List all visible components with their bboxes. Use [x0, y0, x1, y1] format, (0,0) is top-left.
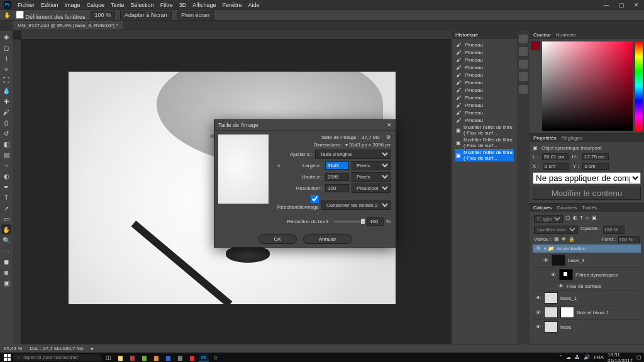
prop-y-input[interactable]	[582, 163, 609, 170]
current-color-swatch[interactable]	[531, 41, 540, 50]
mask-thumbnail[interactable]	[560, 307, 574, 318]
prop-x-input[interactable]	[543, 163, 569, 170]
filter-img-icon[interactable]: ▢	[565, 215, 570, 223]
layer-row[interactable]: 👁Noir et blanc 1	[533, 305, 641, 320]
document-tab[interactable]: MG_9727.psd @ 95,4% (base_3, RVB/16*) *	[13, 21, 123, 30]
dodge-tool[interactable]: ◐	[1, 171, 11, 181]
layer-name[interactable]: Flou de surface	[567, 283, 601, 289]
visibility-icon[interactable]: 👁	[535, 310, 541, 315]
taskbar-explorer[interactable]: ▆	[115, 353, 125, 361]
menu-text[interactable]: Texte	[111, 2, 125, 8]
start-button[interactable]	[3, 353, 11, 362]
blur-tool[interactable]: ○	[1, 160, 11, 170]
paths-tab[interactable]: Tracés	[582, 205, 597, 211]
layer-thumbnail[interactable]	[552, 255, 565, 266]
menu-help[interactable]: Aide	[248, 2, 260, 8]
stamp-tool[interactable]: ⎙	[1, 118, 11, 128]
eyedropper-tool[interactable]: 💧	[1, 85, 11, 96]
height-input[interactable]	[325, 173, 349, 181]
size-gear-icon[interactable]: ⚙	[386, 134, 391, 140]
taskbar-app[interactable]: ▆	[151, 353, 161, 361]
taskbar-app[interactable]: ▆	[175, 353, 185, 361]
taskbar-app[interactable]: ▆	[163, 353, 173, 361]
layer-name[interactable]: Noir et blanc 1	[577, 310, 609, 315]
history-item[interactable]: 🖌Pinceau	[455, 109, 514, 116]
tray-notifications-icon[interactable]: ▢	[636, 354, 641, 360]
layer-name[interactable]: base_1	[560, 295, 577, 301]
width-input[interactable]	[325, 162, 349, 170]
ok-button[interactable]: OK	[258, 234, 297, 244]
taskbar-app[interactable]: ▆	[139, 353, 149, 361]
history-brush-tool[interactable]: ↺	[1, 128, 11, 138]
lock-position-icon[interactable]: ✥	[562, 236, 566, 243]
wand-tool[interactable]: ✧	[1, 64, 11, 74]
taskbar-app[interactable]: ▆	[127, 353, 137, 361]
tray-network-icon[interactable]: 🖧	[575, 354, 580, 360]
history-item[interactable]: ▣Modifier l'effet de filtre ( Flou de su…	[455, 149, 514, 162]
taskbar-edge[interactable]: e	[211, 353, 221, 361]
history-item[interactable]: ▣Modifier l'effet de filtre ( Flou de su…	[455, 124, 514, 136]
history-item[interactable]: 🖌Pinceau	[455, 86, 514, 94]
dock-icon[interactable]	[519, 35, 528, 43]
marquee-tool[interactable]: ◻	[1, 43, 11, 53]
quickmask-toggle[interactable]: ◙	[1, 267, 11, 277]
gradient-tool[interactable]: ▤	[1, 150, 11, 160]
dock-icon[interactable]	[519, 72, 528, 81]
fit-select[interactable]: Taille d'origine	[315, 150, 391, 159]
menu-window[interactable]: Fenêtre	[223, 2, 242, 8]
brush-tool[interactable]: 🖌	[1, 107, 11, 117]
visibility-icon[interactable]: 👁	[558, 283, 564, 289]
res-input[interactable]	[325, 184, 349, 192]
minimize-button[interactable]: —	[599, 0, 614, 9]
noise-input[interactable]	[367, 217, 384, 226]
menu-3d[interactable]: 3D	[179, 2, 187, 8]
lock-all-icon[interactable]: 🔒	[569, 236, 575, 243]
ruler-horizontal[interactable]	[21, 31, 452, 40]
move-tool[interactable]: ✥	[1, 32, 11, 42]
menu-select[interactable]: Sélection	[131, 2, 154, 8]
tray-cloud-icon[interactable]: ☁	[566, 354, 571, 360]
lasso-tool[interactable]: ⌇	[1, 53, 11, 63]
layer-row[interactable]: 👁▾ 📁Accentuation	[533, 244, 641, 253]
width-unit-select[interactable]: Pixels	[352, 161, 391, 170]
properties-tab[interactable]: Propriétés	[533, 135, 556, 141]
layer-row[interactable]: 👁base_3	[533, 253, 641, 268]
zoom-field[interactable]: 95,43 %	[4, 346, 22, 351]
fg-bg-swatch[interactable]: ◼	[1, 256, 11, 266]
taskbar-photoshop[interactable]: Ps	[199, 353, 209, 361]
dock-icon[interactable]	[519, 60, 528, 69]
fill-input[interactable]	[618, 236, 640, 243]
history-item[interactable]: 🖌Pinceau	[455, 56, 514, 63]
swatches-tab[interactable]: Nuancier	[556, 32, 576, 38]
hand-tool[interactable]: ✋	[1, 224, 11, 234]
hue-slider[interactable]	[635, 41, 643, 131]
opacity-input[interactable]	[603, 226, 625, 234]
prop-layercomp-select[interactable]: Ne pas appliquer de compositions de calq…	[533, 172, 641, 184]
zoom-tool[interactable]: 🔍	[1, 235, 11, 245]
tray-lang[interactable]: FRA	[594, 354, 604, 360]
eraser-tool[interactable]: ◧	[1, 139, 11, 149]
noise-slider[interactable]	[333, 221, 365, 222]
hand-tool-icon[interactable]: ✋	[4, 12, 11, 18]
taskbar-app[interactable]: ▆	[187, 353, 197, 361]
layer-row[interactable]: 👁base	[533, 320, 641, 334]
layer-list[interactable]: 👁▾ 📁Accentuation👁base_3👁Filtres dynamiqu…	[533, 244, 641, 334]
layer-name[interactable]: Filtres dynamiques	[575, 272, 618, 278]
resample-select[interactable]: Conserver les détails 2.0	[321, 200, 391, 210]
adjustments-tab[interactable]: Réglages	[561, 135, 582, 141]
layer-thumbnail[interactable]	[544, 292, 558, 304]
resample-check[interactable]: Rééchantillonnage :	[277, 195, 319, 216]
dock-icon[interactable]	[519, 47, 528, 56]
history-item[interactable]: 🖌Pinceau	[455, 48, 514, 56]
fit-screen-button[interactable]: Adapter à l'écran	[120, 11, 172, 19]
layer-row[interactable]: 👁Filtres dynamiques	[533, 268, 641, 282]
layer-filter-select[interactable]: P. type	[534, 215, 563, 223]
fullscreen-button[interactable]: Plein écran	[177, 11, 214, 19]
menu-layer[interactable]: Calque	[87, 2, 105, 8]
visibility-icon[interactable]: 👁	[535, 295, 541, 301]
type-tool[interactable]: T	[1, 192, 11, 202]
layers-tab[interactable]: Calques	[533, 205, 552, 211]
screenmode-toggle[interactable]: ▣	[1, 278, 11, 288]
taskbar-search[interactable]: ○Taper ici pour rechercher	[13, 354, 101, 361]
tray-volume-icon[interactable]: 🔊	[584, 354, 590, 360]
